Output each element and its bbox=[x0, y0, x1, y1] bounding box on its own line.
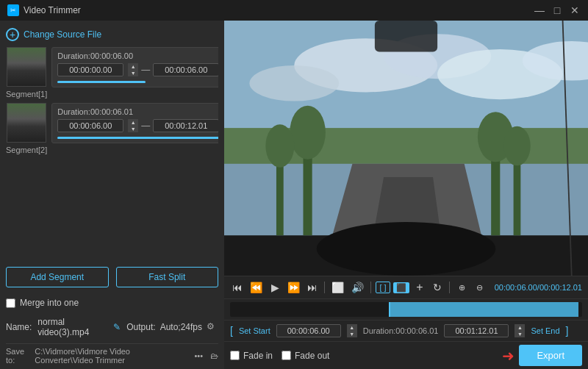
controls-bar: ⏮ ⏪ ▶ ⏩ ⏭ ⬜ 🔊 [ ] ⬛ + ↻ ⊕ ⊖ 00:00:06.00/… bbox=[224, 276, 588, 298]
segment-row-2: Segment[2] ✕ ▲ ▼ Duration:00:00:06.01 ▲ … bbox=[6, 103, 218, 154]
set-end-button[interactable]: Set End bbox=[531, 326, 559, 335]
change-source-button[interactable]: + Change Source File bbox=[6, 25, 218, 44]
play-button[interactable]: ▶ bbox=[268, 280, 282, 295]
segment-row-1: Segment[1] Duration:00:00:06.00 ▲ ▼ — ▲ bbox=[6, 47, 218, 98]
segment-card-2: ✕ ▲ ▼ Duration:00:00:06.01 ▲ ▼ — bbox=[51, 103, 218, 143]
divider-2 bbox=[370, 282, 371, 293]
segment-2-start-up[interactable]: ▲ bbox=[128, 119, 138, 126]
svg-rect-14 bbox=[375, 21, 437, 52]
trim-start-down[interactable]: ▼ bbox=[347, 331, 357, 337]
svg-point-22 bbox=[503, 126, 531, 166]
time-display: 00:00:06.00/00:00:12.01 bbox=[495, 283, 582, 292]
segment-2-progress bbox=[57, 137, 218, 139]
change-source-label: Change Source File bbox=[24, 29, 101, 40]
output-info: Output: Auto;24fps ⚙ bbox=[126, 321, 218, 333]
fade-out-checkbox[interactable] bbox=[282, 351, 291, 360]
fast-forward-button[interactable]: ⏩ bbox=[285, 280, 302, 295]
minimize-button[interactable]: — bbox=[534, 4, 545, 16]
zoom-out-button[interactable]: ⊖ bbox=[472, 282, 487, 294]
segment-1-start-up[interactable]: ▲ bbox=[128, 63, 138, 70]
segment-1-start-spin[interactable]: ▲ ▼ bbox=[128, 63, 138, 76]
close-button[interactable]: ✕ bbox=[569, 4, 581, 16]
add-segment-ctrl-button[interactable]: + bbox=[412, 279, 427, 295]
trim-end-spin[interactable]: ▲ ▼ bbox=[514, 324, 525, 337]
output-label: Output: bbox=[126, 322, 155, 332]
trim-end-down[interactable]: ▼ bbox=[514, 331, 525, 337]
segment-1-time-row: ▲ ▼ — ▲ ▼ bbox=[57, 63, 218, 76]
timeline-area[interactable] bbox=[224, 298, 588, 320]
fade-in-item: Fade in bbox=[230, 351, 273, 361]
bracket-close: ] bbox=[566, 325, 569, 337]
video-frame bbox=[224, 21, 588, 276]
divider-3 bbox=[449, 282, 450, 293]
bottom-buttons: Add Segment Fast Split bbox=[6, 262, 218, 292]
segment-2-time-row: ▲ ▼ — ▲ ▼ bbox=[57, 119, 218, 132]
segment-label-2: Segment[2] bbox=[6, 146, 47, 154]
titlebar: ✂ Video Trimmer — □ ✕ bbox=[0, 0, 588, 21]
volume-button[interactable]: 🔊 bbox=[349, 280, 366, 295]
loop-segment-button[interactable]: [ ] bbox=[376, 282, 390, 293]
segment-mode-button[interactable]: ⬛ bbox=[393, 282, 409, 293]
segment-thumb-2 bbox=[7, 103, 46, 143]
svg-point-18 bbox=[265, 124, 294, 167]
save-to-label: Save to: bbox=[6, 347, 30, 365]
merge-checkbox[interactable] bbox=[6, 298, 15, 308]
trim-start-spin[interactable]: ▲ ▼ bbox=[347, 324, 357, 337]
svg-point-16 bbox=[290, 106, 326, 160]
segment-1-start-down[interactable]: ▼ bbox=[128, 70, 138, 76]
export-button[interactable]: Export bbox=[519, 345, 582, 366]
more-options-button[interactable]: ••• bbox=[194, 351, 203, 360]
segment-2-start-input[interactable] bbox=[57, 119, 123, 132]
segment-1-end-input[interactable] bbox=[153, 63, 218, 76]
titlebar-left: ✂ Video Trimmer bbox=[7, 4, 81, 16]
file-name: normal video(3).mp4 bbox=[37, 317, 107, 337]
svg-point-13 bbox=[317, 222, 496, 276]
fade-out-label: Fade out bbox=[295, 351, 329, 361]
titlebar-controls[interactable]: — □ ✕ bbox=[534, 4, 581, 16]
merge-row: Merge into one bbox=[6, 295, 218, 311]
save-to-row: Save to: C:\Vidmore\Vidmore Video Conver… bbox=[6, 343, 218, 365]
zoom-in-button[interactable]: ⊕ bbox=[454, 282, 469, 294]
segment-1-duration: Duration:00:00:06.00 bbox=[57, 51, 218, 60]
divider-1 bbox=[324, 282, 325, 293]
dash-1: — bbox=[141, 65, 150, 75]
trim-end-up[interactable]: ▲ bbox=[514, 324, 525, 331]
trim-start-input[interactable] bbox=[276, 324, 341, 337]
fast-split-button[interactable]: Fast Split bbox=[116, 267, 219, 287]
segment-2-end-input[interactable] bbox=[153, 119, 218, 132]
name-label: Name: bbox=[6, 322, 32, 332]
fade-in-label: Fade in bbox=[243, 351, 273, 361]
segment-1-start-input[interactable] bbox=[57, 63, 123, 76]
segment-2-start-down[interactable]: ▼ bbox=[128, 126, 138, 132]
timeline-cursor bbox=[389, 302, 390, 317]
trim-start-up[interactable]: ▲ bbox=[347, 324, 357, 331]
fade-out-item: Fade out bbox=[282, 351, 329, 361]
trim-end-input[interactable] bbox=[444, 324, 509, 337]
main-container: + Change Source File Segment[1] Duration… bbox=[0, 21, 588, 369]
set-start-button[interactable]: Set Start bbox=[239, 326, 270, 335]
crop-button[interactable]: ⬜ bbox=[329, 280, 346, 295]
fade-in-checkbox[interactable] bbox=[230, 351, 240, 360]
segment-card-1: Duration:00:00:06.00 ▲ ▼ — ▲ ▼ bbox=[51, 47, 218, 87]
edit-filename-icon[interactable]: ✎ bbox=[113, 322, 121, 332]
segment-label-1: Segment[1] bbox=[6, 90, 47, 98]
left-panel: + Change Source File Segment[1] Duration… bbox=[0, 21, 224, 369]
timeline-segment-fill bbox=[389, 302, 579, 317]
timeline-track[interactable] bbox=[230, 302, 582, 317]
skip-to-end-button[interactable]: ⏭ bbox=[305, 280, 320, 295]
fade-row: Fade in Fade out ➜ Export bbox=[224, 341, 588, 369]
rewind-button[interactable]: ⏪ bbox=[248, 280, 265, 295]
folder-icon[interactable]: 🗁 bbox=[210, 351, 218, 360]
maximize-button[interactable]: □ bbox=[551, 4, 563, 16]
dash-2: — bbox=[141, 121, 150, 131]
segment-container: Segment[1] Duration:00:00:06.00 ▲ ▼ — ▲ bbox=[6, 47, 218, 259]
merge-label: Merge into one bbox=[20, 298, 79, 308]
gear-icon[interactable]: ⚙ bbox=[207, 321, 218, 333]
segment-thumb-1 bbox=[7, 47, 46, 87]
segment-2-start-spin[interactable]: ▲ ▼ bbox=[128, 119, 138, 132]
current-time: 00:00:06.00 bbox=[495, 283, 537, 292]
trim-controls: [ Set Start ▲ ▼ Duration:00:00:06.01 ▲ ▼… bbox=[224, 320, 588, 341]
add-segment-button[interactable]: Add Segment bbox=[6, 267, 109, 287]
rotate-button[interactable]: ↻ bbox=[430, 280, 445, 295]
skip-to-start-button[interactable]: ⏮ bbox=[230, 280, 245, 295]
